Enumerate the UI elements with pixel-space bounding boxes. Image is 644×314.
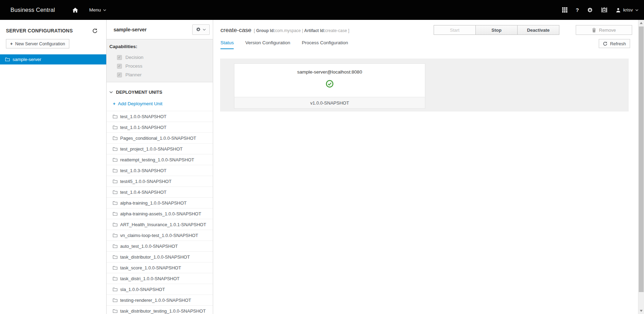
folder-icon xyxy=(113,309,117,313)
deployment-unit-item[interactable]: task_distributor_1.0.0-SNAPSHOT xyxy=(107,251,213,262)
start-button[interactable]: Start xyxy=(434,25,476,35)
scrollbar-down-arrow[interactable] xyxy=(640,310,643,312)
toolkit-button[interactable] xyxy=(601,7,607,13)
remove-button[interactable]: Remove xyxy=(576,25,632,35)
refresh-icon xyxy=(92,28,98,33)
server-config-item[interactable]: sample-server xyxy=(0,54,106,64)
deployment-unit-label: test_1.0.0-SNAPSHOT xyxy=(120,114,166,119)
deployment-unit-item[interactable]: test45_1.0.0-SNAPSHOT xyxy=(107,176,213,186)
server-instance-endpoint: sample-server@localhost:8080 xyxy=(297,69,362,75)
checkbox-checked-icon: ✓ xyxy=(117,55,122,60)
refresh-status-button[interactable]: Refresh xyxy=(599,39,630,48)
deployment-unit-label: reattempt_testing_1.0.0-SNAPSHOT xyxy=(120,157,194,162)
deployment-unit-item[interactable]: alpha-training_1.0.0-SNAPSHOT xyxy=(107,197,213,208)
deployment-unit-label: ART_Health_Insurance_1.0.1-SNAPSHOT xyxy=(120,222,206,227)
deployment-unit-label: task_distri_1.0.0-SNAPSHOT xyxy=(120,276,180,281)
main-content: create-case [ Group Id:com.myspace | Art… xyxy=(213,20,638,314)
menu-dropdown[interactable]: Menu xyxy=(89,7,106,13)
refresh-icon xyxy=(603,41,607,46)
bracket-close: ] xyxy=(348,28,349,33)
server-instance-body: sample-server@localhost:8080 xyxy=(234,64,425,97)
new-server-configuration-button[interactable]: + New Server Configuration xyxy=(6,39,69,48)
deployment-unit-item[interactable]: auto_test_1.0.0-SNAPSHOT xyxy=(107,240,213,251)
deployment-unit-item[interactable]: test_1.0.4-SNAPSHOT xyxy=(107,186,213,197)
refresh-configurations-button[interactable] xyxy=(92,28,98,33)
scrollbar-thumb[interactable] xyxy=(639,26,644,292)
deployment-unit-item[interactable]: task_score_1.0.0-SNAPSHOT xyxy=(107,262,213,273)
deployment-unit-label: testing-renderer_1.0.0-SNAPSHOT xyxy=(120,298,191,303)
server-instance-card: sample-server@localhost:8080 v1.0.0-SNAP… xyxy=(234,63,425,109)
container-subtitle: [ Group Id:com.myspace | Artifact Id:cre… xyxy=(254,28,349,33)
folder-icon xyxy=(113,136,117,140)
bracket-open: [ xyxy=(254,28,255,33)
deployment-unit-item[interactable]: reattempt_testing_1.0.0-SNAPSHOT xyxy=(107,154,213,165)
deployment-unit-label: task_distributor_testing_1.0.0-SNAPSHOT xyxy=(120,308,206,314)
container-title: create-case xyxy=(220,27,251,34)
deactivate-button[interactable]: Deactivate xyxy=(517,25,559,35)
navbar-right: ? krisv xyxy=(562,7,644,13)
scrollbar-up-arrow[interactable] xyxy=(640,22,643,24)
deployment-units-label: DEPLOYMENT UNITS xyxy=(116,90,162,95)
deployment-unit-label: auto_test_1.0.0-SNAPSHOT xyxy=(120,244,178,249)
deployment-unit-label: alpha-training_1.0.0-SNAPSHOT xyxy=(120,200,187,206)
deployment-units-list: test_1.0.0-SNAPSHOTtest_1.0.1-SNAPSHOTPa… xyxy=(107,111,213,314)
chevron-down-icon xyxy=(635,9,638,11)
capabilities-label: Capabilities: xyxy=(109,44,209,49)
tab-version-configuration[interactable]: Version Configuration xyxy=(245,40,290,49)
deployment-unit-item[interactable]: ART_Health_Insurance_1.0.1-SNAPSHOT xyxy=(107,219,213,230)
folder-icon xyxy=(113,244,117,248)
tab-status[interactable]: Status xyxy=(220,40,234,49)
server-detail-header: sample-server xyxy=(107,20,213,39)
chevron-down-icon xyxy=(203,29,206,31)
deployment-units-header[interactable]: DEPLOYMENT UNITS xyxy=(107,82,213,95)
user-menu[interactable]: krisv xyxy=(616,7,638,13)
vertical-scrollbar[interactable] xyxy=(638,20,644,314)
folder-icon xyxy=(113,298,117,302)
settings-button[interactable] xyxy=(587,7,593,13)
home-icon xyxy=(72,8,78,13)
deployment-unit-item[interactable]: test_1.0.0-SNAPSHOT xyxy=(107,111,213,122)
deployment-unit-item[interactable]: Pages_conditional_1.0.0-SNAPSHOT xyxy=(107,132,213,143)
home-button[interactable] xyxy=(72,8,78,13)
folder-icon xyxy=(113,115,117,118)
stop-button[interactable]: Stop xyxy=(475,25,518,35)
group-id-label: Group Id: xyxy=(256,28,275,33)
folder-icon xyxy=(113,158,117,162)
help-button[interactable]: ? xyxy=(576,7,579,13)
deployment-unit-item[interactable]: task_distributor_testing_1.0.0-SNAPSHOT xyxy=(107,305,213,314)
tab-process-configuration[interactable]: Process Configuration xyxy=(302,40,348,49)
add-deployment-unit-link[interactable]: + Add Deployment Unit xyxy=(107,95,213,111)
deployment-unit-item[interactable]: test_1.0.3-SNAPSHOT xyxy=(107,165,213,176)
deployment-unit-item[interactable]: alpha-training-assets_1.0.0-SNAPSHOT xyxy=(107,208,213,219)
server-config-label: sample-server xyxy=(13,57,41,62)
deployment-unit-item[interactable]: test_project_1.0.0-SNAPSHOT xyxy=(107,143,213,154)
status-tab-content: sample-server@localhost:8080 v1.0.0-SNAP… xyxy=(220,59,629,112)
apps-grid-button[interactable] xyxy=(562,7,567,13)
folder-icon xyxy=(113,266,117,270)
server-name-title: sample-server xyxy=(114,27,147,32)
folder-icon xyxy=(113,190,117,194)
server-settings-dropdown[interactable] xyxy=(192,24,210,35)
deployment-unit-label: alpha-training-assets_1.0.0-SNAPSHOT xyxy=(120,211,201,216)
panel-title: SERVER CONFIGURATIONS xyxy=(6,28,73,33)
capability-row: ✓Planner xyxy=(109,70,209,79)
app-body: SERVER CONFIGURATIONS + New Server Confi… xyxy=(0,20,644,314)
top-navbar: Business Central Menu ? xyxy=(0,0,644,20)
deployment-unit-item[interactable]: task_distri_1.0.0-SNAPSHOT xyxy=(107,273,213,284)
deployment-unit-label: task_distributor_1.0.0-SNAPSHOT xyxy=(120,254,190,260)
folder-icon xyxy=(113,125,117,129)
deployment-unit-item[interactable]: test_1.0.1-SNAPSHOT xyxy=(107,122,213,132)
chevron-down-icon xyxy=(103,9,106,11)
deployment-unit-item[interactable]: sla_1.0.0-SNAPSHOT xyxy=(107,284,213,294)
deployment-unit-item[interactable]: vn_claims-loop-test_1.0.0-SNAPSHOT xyxy=(107,230,213,240)
folder-icon xyxy=(113,255,117,259)
deployment-unit-label: test_1.0.4-SNAPSHOT xyxy=(120,190,166,195)
subtitle-separator: | xyxy=(302,28,303,33)
server-configurations-panel: SERVER CONFIGURATIONS + New Server Confi… xyxy=(0,20,107,314)
app-title: Business Central xyxy=(10,7,55,13)
status-ok-icon xyxy=(326,80,334,88)
deployment-unit-label: vn_claims-loop-test_1.0.0-SNAPSHOT xyxy=(120,233,198,238)
deployment-unit-item[interactable]: testing-renderer_1.0.0-SNAPSHOT xyxy=(107,294,213,305)
group-id-value: com.myspace xyxy=(275,28,301,33)
server-config-list: sample-server xyxy=(0,54,106,64)
